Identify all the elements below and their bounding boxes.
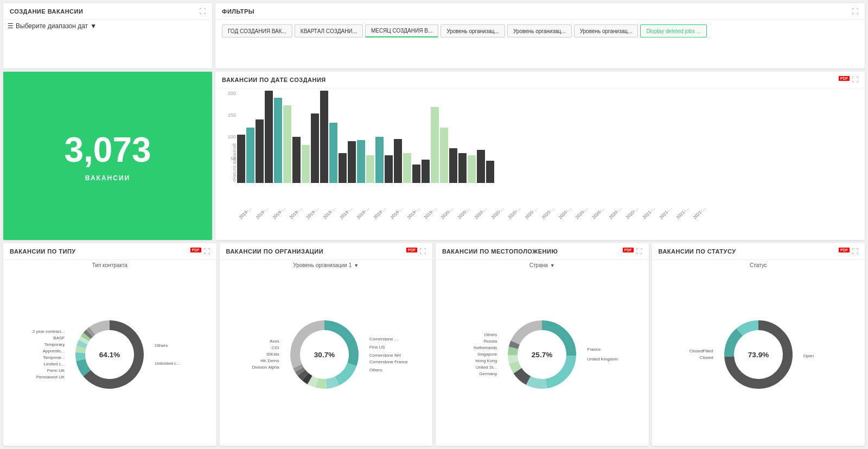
donut-segment[interactable] — [305, 376, 310, 380]
bar[interactable] — [246, 128, 254, 183]
pie-org-header: ВАКАНСИИ ПО ОРГАНИЗАЦИИ ⛶ — [220, 243, 433, 260]
bar[interactable] — [292, 137, 301, 183]
pie-location-header: ВАКАНСИИ ПО МЕСТОПОЛОЖЕНИЮ ⛶ — [436, 243, 649, 260]
filter-button[interactable]: Display deleted jobs ... — [640, 24, 707, 37]
donut-label: Hong Kong — [462, 358, 497, 363]
donut-segment[interactable] — [515, 325, 542, 343]
filter-button[interactable]: Уровень организац... — [507, 24, 572, 37]
donut-label: Apprentic... — [29, 349, 65, 353]
bar[interactable] — [486, 161, 494, 183]
pie-location-expand-icon[interactable]: ⛶ — [636, 248, 642, 255]
donut-segment[interactable] — [729, 332, 739, 356]
donut-segment[interactable] — [80, 352, 81, 359]
bar[interactable] — [366, 155, 374, 183]
donut-segment[interactable] — [83, 339, 85, 342]
bar[interactable] — [320, 91, 328, 183]
bar[interactable] — [477, 150, 485, 183]
donut-label: IDKids — [244, 352, 279, 357]
donut-label: Singapore — [462, 352, 497, 357]
donut-segment[interactable] — [518, 370, 528, 380]
donut-segment[interactable] — [317, 383, 326, 384]
bar[interactable] — [440, 128, 448, 183]
bar[interactable] — [265, 91, 273, 183]
donut-center-label: 30.7% — [314, 351, 335, 359]
bar[interactable] — [311, 113, 319, 183]
bar[interactable] — [449, 148, 457, 183]
filter-button[interactable]: МЕСЯЦ СОЗДАНИЯ В... — [365, 24, 438, 37]
pie-type-pdf-badge[interactable]: PDF — [190, 248, 201, 252]
donut-label: Russia — [462, 339, 497, 344]
bar[interactable] — [256, 119, 264, 183]
bar[interactable] — [468, 155, 476, 183]
donut-segment[interactable] — [310, 380, 317, 382]
bar[interactable] — [458, 153, 467, 183]
bar[interactable] — [329, 123, 337, 183]
bar-chart-expand-icon[interactable]: ⛶ — [852, 76, 858, 84]
pie-org-sub-title: Уровень организации 1 ▼ — [220, 260, 433, 269]
bar[interactable] — [422, 160, 430, 183]
pie-location-dropdown-icon[interactable]: ▼ — [550, 263, 555, 268]
bar[interactable] — [375, 137, 384, 183]
donut-segment[interactable] — [528, 380, 546, 383]
donut-label: Temporary — [29, 342, 65, 347]
filter-button[interactable]: ГОД СОЗДАНИЯ ВАК... — [222, 24, 292, 37]
donut-segment[interactable] — [301, 372, 305, 377]
donut-segment[interactable] — [326, 381, 337, 383]
donut-segment[interactable] — [81, 360, 87, 373]
bar[interactable] — [339, 153, 347, 183]
bar[interactable] — [237, 135, 245, 183]
pie-org-dropdown-icon[interactable]: ▼ — [354, 263, 359, 268]
pie-location-pdf-badge[interactable]: PDF — [623, 248, 634, 252]
bar[interactable] — [403, 153, 411, 183]
filters-expand-icon[interactable]: ⛶ — [852, 8, 858, 15]
donut-left-labels: OthersRussiaNetherlandsSingaporeHong Kon… — [462, 332, 497, 376]
pie-status-pdf-badge[interactable]: PDF — [839, 248, 850, 252]
donut-segment[interactable] — [85, 336, 87, 338]
bar[interactable] — [302, 145, 310, 183]
filter-buttons-container: ГОД СОЗДАНИЯ ВАК...КВАРТАЛ СОЗДАНИ...МЕС… — [215, 20, 865, 42]
pie-status-expand-icon[interactable]: ⛶ — [852, 248, 858, 255]
donut-segment[interactable] — [337, 364, 352, 381]
filter-button[interactable]: Уровень организац... — [441, 24, 505, 37]
bar[interactable] — [385, 155, 393, 183]
donut-segment[interactable] — [87, 333, 90, 336]
donut-segment[interactable] — [739, 325, 758, 332]
donut-segment[interactable] — [81, 342, 83, 347]
bar[interactable] — [412, 165, 420, 183]
donut-label: France — [587, 347, 622, 352]
bar-chart-pdf-badge[interactable]: PDF — [839, 76, 850, 81]
donut-segment[interactable] — [514, 362, 518, 370]
donut-segment[interactable] — [513, 355, 514, 362]
pie-org-pdf-badge[interactable]: PDF — [406, 248, 417, 252]
filter-button[interactable]: Уровень организац... — [574, 24, 639, 37]
expand-icon[interactable]: ⛶ — [199, 8, 206, 15]
bar[interactable] — [283, 105, 291, 183]
creation-header: СОЗДАНИЕ ВАКАНСИИ ⛶ — [3, 3, 212, 20]
bar[interactable] — [394, 139, 402, 183]
donut-svg: 73.9% — [718, 314, 799, 395]
pie-org-expand-icon[interactable]: ⛶ — [419, 248, 426, 255]
filter-button[interactable]: КВАРТАЛ СОЗДАНИ... — [295, 24, 363, 37]
donut-segment[interactable] — [93, 325, 110, 331]
bar[interactable] — [348, 141, 356, 183]
donut-segment[interactable] — [513, 347, 513, 355]
donut-label: Perm UK — [29, 368, 65, 373]
bar[interactable] — [357, 140, 365, 183]
bar[interactable] — [431, 107, 439, 183]
pie-type-expand-icon[interactable]: ⛶ — [203, 248, 210, 255]
y-axis-label: Число вакансий — [232, 143, 237, 180]
pie-type-header: ВАКАНСИИ ПО ТИПУ ⛶ — [3, 243, 216, 260]
donut-label: Cornerstone ... — [369, 337, 408, 342]
date-range-button[interactable]: ☰ Выберите диапазон дат ▼ — [3, 20, 212, 32]
donut-segment[interactable] — [297, 366, 299, 369]
donut-label: Limited c... — [29, 362, 65, 366]
donut-segment[interactable] — [90, 331, 92, 333]
donut-label: Permanent UK — [29, 375, 65, 380]
donut-segment[interactable] — [514, 342, 515, 347]
donut-segment[interactable] — [546, 356, 571, 383]
donut-segment[interactable] — [295, 325, 324, 366]
donut-segment[interactable] — [80, 347, 81, 352]
donut-segment[interactable] — [299, 369, 301, 372]
bar[interactable] — [274, 98, 282, 183]
donut-wrapper: ClosedFilledClosed73.9%Open — [678, 314, 839, 395]
